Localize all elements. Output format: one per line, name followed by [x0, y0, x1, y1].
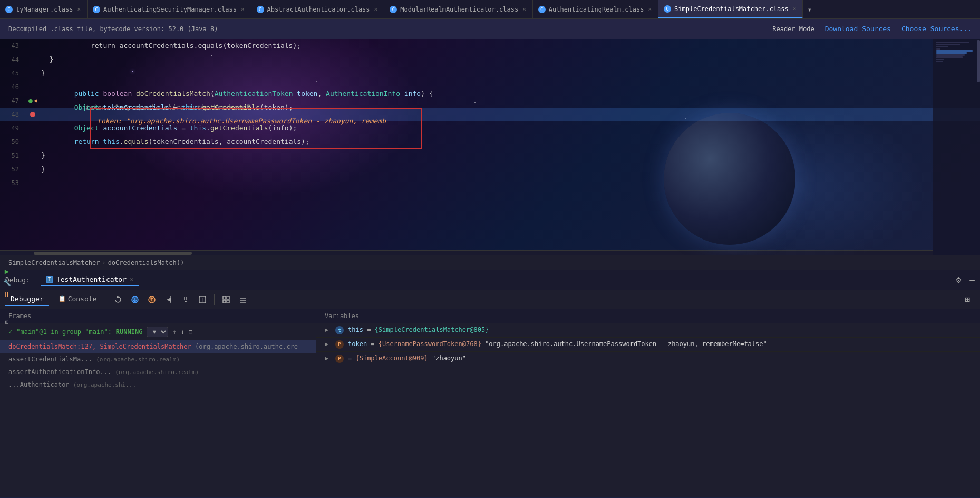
- debug-session-icon: T: [46, 276, 53, 283]
- tab-authenticatingrealm[interactable]: C AuthenticatingRealm.class ×: [533, 0, 658, 18]
- layout-icon[interactable]: ⊞: [1, 316, 13, 328]
- code-line-52: 52 }: [0, 162, 980, 176]
- toolbar-separator-1: [106, 294, 106, 305]
- tab-label-1: tyManager.class: [16, 6, 73, 13]
- tab-tymanager[interactable]: C tyManager.class ×: [0, 0, 88, 18]
- svg-marker-6: [184, 301, 187, 302]
- var-icon-token: P: [335, 340, 344, 349]
- minimap[interactable]: [933, 39, 980, 255]
- variable-token[interactable]: ▶ P token = {UsernamePasswordToken@768} …: [316, 338, 980, 352]
- evaluate-button[interactable]: ƒ: [195, 292, 210, 307]
- tab-authenticatingsecuritymanager[interactable]: C AuthenticatingSecurityManager.class ×: [88, 0, 251, 18]
- frame-3-main: assertAuthenticationInfo... (org.apache.…: [8, 368, 307, 376]
- tab-icon-3: C: [257, 6, 264, 13]
- tab-close-6[interactable]: ×: [792, 4, 798, 13]
- variable-info[interactable]: ▶ P = {SimpleAccount@909} "zhaoyun": [316, 352, 980, 366]
- run-to-cursor-icon: [164, 295, 173, 304]
- choose-sources-link[interactable]: Choose Sources...: [901, 25, 972, 33]
- var-name-token: token = {UsernamePasswordToken@768} "org…: [348, 340, 767, 348]
- debug-session-tab[interactable]: T TestAuthenticator ×: [41, 273, 139, 286]
- console-tab[interactable]: 📋 Console: [53, 293, 102, 306]
- thread-dropdown[interactable]: ▼: [147, 327, 168, 337]
- step-out-button[interactable]: [144, 292, 159, 307]
- frame-item-2[interactable]: assertCredentialsMa... (org.apache.shiro…: [0, 353, 316, 366]
- variables-panel-header: Variables: [316, 309, 980, 323]
- var-expand-token[interactable]: ▶: [325, 340, 331, 348]
- debugger-tab-label: Debugger: [11, 295, 44, 303]
- svg-rect-11: [223, 300, 226, 303]
- breadcrumb-bar: SimpleCredentialsMatcher › doCredentials…: [0, 255, 980, 270]
- build-icon[interactable]: 🔧: [1, 277, 13, 289]
- thread-filter-button[interactable]: ⊟: [189, 328, 192, 336]
- debug-toolbar: ▶ 🔧 ⏸ ⊞ Debugger 📋 Console: [0, 290, 980, 309]
- svg-text:ƒ: ƒ: [201, 297, 204, 302]
- frame-item-4[interactable]: ...Authenticator (org.apache.shi...: [0, 378, 316, 391]
- decompiled-info-text: Decompiled .class file, bytecode version…: [8, 25, 218, 33]
- thread-check-icon: ✓: [8, 328, 12, 336]
- pause-icon[interactable]: ⏸: [1, 289, 13, 300]
- step-into-button[interactable]: [128, 292, 142, 307]
- tab-label-6: SimpleCredentialsMatcher.class: [674, 5, 789, 13]
- thread-name: "main"@1 in group "main":: [16, 328, 112, 336]
- frame-2-main: assertCredentialsMa... (org.apache.shiro…: [8, 356, 307, 363]
- tab-close-4[interactable]: ×: [521, 5, 527, 14]
- step-into-icon: [131, 295, 139, 304]
- code-editor[interactable]: 43 return accountCredentials.equals(toke…: [0, 39, 980, 255]
- tab-close-5[interactable]: ×: [647, 5, 653, 14]
- debug-settings-button[interactable]: ⚙: [956, 275, 962, 285]
- tab-abstractauthenticator[interactable]: C AbstractAuthenticator.class ×: [251, 0, 385, 18]
- frame-4-main: ...Authenticator (org.apache.shi...: [8, 381, 307, 388]
- force-step-icon: [181, 295, 190, 304]
- tab-label-5: AuthenticatingRealm.class: [549, 6, 644, 13]
- code-line-50: 50 return this.equals(tokenCredentials, …: [0, 135, 980, 149]
- tab-close-1[interactable]: ×: [76, 5, 82, 14]
- breakpoint-48[interactable]: [30, 112, 35, 117]
- tab-icon-4: C: [390, 6, 397, 13]
- force-step-into-button[interactable]: [178, 292, 193, 307]
- memory-view-button[interactable]: [219, 292, 234, 307]
- tab-overflow-chevron[interactable]: ▾: [803, 5, 816, 14]
- breadcrumb-class[interactable]: SimpleCredentialsMatcher: [8, 259, 100, 266]
- tab-icon-5: C: [538, 6, 546, 13]
- tab-modularrealmauth[interactable]: C ModularRealmAuthenticator.class ×: [384, 0, 533, 18]
- variable-this[interactable]: ▶ t this = {SimpleCredentialsMatcher@805…: [316, 323, 980, 338]
- debug-right-controls: ⊞: [960, 292, 975, 307]
- frame-item-3[interactable]: assertAuthenticationInfo... (org.apache.…: [0, 366, 316, 378]
- debug-minimize-button[interactable]: —: [969, 275, 975, 285]
- layout-toggle-button[interactable]: ⊞: [960, 292, 975, 307]
- step-over-button[interactable]: [111, 292, 125, 307]
- thread-up-arrow[interactable]: ↑: [172, 328, 176, 336]
- code-line-43: 43 return accountCredentials.equals(toke…: [0, 39, 980, 53]
- tab-bar: C tyManager.class × C AuthenticatingSecu…: [0, 0, 980, 19]
- reader-mode-btn[interactable]: Reader Mode: [772, 25, 814, 33]
- run-to-cursor-button[interactable]: [161, 292, 176, 307]
- exec-indicator: ●: [28, 94, 33, 108]
- tab-simplecredentialsmatcher[interactable]: C SimpleCredentialsMatcher.class ×: [658, 0, 803, 18]
- var-expand-this[interactable]: ▶: [325, 326, 331, 333]
- frame-item-1[interactable]: doCredentialsMatch:127, SimpleCredential…: [0, 340, 316, 353]
- grid-icon: [222, 295, 230, 304]
- breadcrumb-method[interactable]: doCredentialsMatch(): [108, 259, 185, 266]
- code-line-44: 44 }: [0, 53, 980, 66]
- var-expand-info[interactable]: ▶: [325, 355, 331, 362]
- frames-panel-header: Frames: [0, 309, 316, 323]
- tab-label-4: ModularRealmAuthenticator.class: [400, 6, 518, 13]
- var-icon-this: t: [335, 326, 344, 334]
- threads-icon: [239, 295, 247, 304]
- frames-panel: Frames ✓ "main"@1 in group "main": RUNNI…: [0, 309, 316, 478]
- run-icon[interactable]: ▶: [1, 265, 13, 277]
- threads-button[interactable]: [236, 292, 250, 307]
- tab-icon-6: C: [664, 5, 671, 13]
- code-line-51: 51 }: [0, 149, 980, 162]
- thread-down-arrow[interactable]: ↓: [181, 328, 185, 336]
- debug-content-area: Frames ✓ "main"@1 in group "main": RUNNI…: [0, 309, 980, 478]
- bookmark-icon: ◀: [34, 94, 37, 108]
- var-icon-info: P: [335, 355, 344, 363]
- console-tab-label: Console: [68, 295, 97, 303]
- debug-session-close[interactable]: ×: [130, 276, 133, 283]
- tab-close-3[interactable]: ×: [373, 5, 379, 14]
- tab-icon-1: C: [5, 6, 13, 13]
- download-sources-link[interactable]: Download Sources: [825, 25, 891, 33]
- step-over-icon: [114, 295, 122, 304]
- tab-close-2[interactable]: ×: [240, 5, 246, 14]
